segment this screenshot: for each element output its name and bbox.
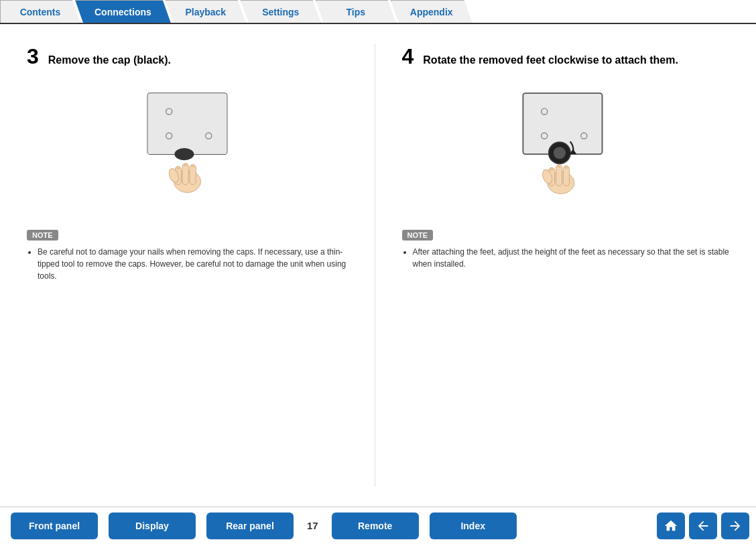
step4-note: NOTE After attaching the feet, adjust th… (402, 228, 730, 270)
nav-icons (653, 513, 749, 539)
step4-note-text: After attaching the feet, adjust the hei… (402, 246, 730, 270)
svg-point-5 (175, 148, 194, 160)
display-button[interactable]: Display (109, 513, 196, 539)
step4-title: Rotate the removed feet clockwise to att… (423, 54, 678, 66)
step3-note: NOTE Be careful not to damage your nails… (27, 228, 355, 282)
tab-tips[interactable]: Tips (316, 0, 396, 23)
step3-note-text: Be careful not to damage your nails when… (27, 246, 355, 282)
remote-button[interactable]: Remote (332, 513, 419, 539)
svg-rect-1 (148, 93, 227, 154)
tab-appendix[interactable]: Appendix (391, 0, 472, 23)
front-panel-button[interactable]: Front panel (11, 513, 98, 539)
top-navigation: Contents Connections Playback Settings T… (0, 0, 756, 24)
svg-rect-11 (176, 167, 180, 169)
tab-contents[interactable]: Contents (0, 0, 80, 23)
svg-rect-23 (556, 165, 562, 186)
rear-panel-button[interactable]: Rear panel (206, 513, 294, 539)
svg-rect-8 (182, 163, 188, 185)
svg-rect-12 (184, 164, 187, 167)
svg-point-19 (554, 147, 566, 159)
step4-image (402, 81, 730, 215)
step3-header: 3 Remove the cap (black). (27, 44, 355, 69)
step3-number: 3 (27, 44, 39, 69)
svg-rect-27 (557, 165, 560, 167)
svg-rect-13 (191, 165, 194, 167)
tab-connections[interactable]: Connections (75, 0, 171, 23)
bottom-navigation: Front panel Display Rear panel 17 Remote… (0, 506, 756, 544)
step3-title: Remove the cap (black). (48, 54, 171, 66)
step4-section: 4 Rotate the removed feet clockwise to a… (375, 44, 730, 486)
index-button[interactable]: Index (430, 513, 517, 539)
step3-section: 3 Remove the cap (black). (27, 44, 375, 486)
main-content: 3 Remove the cap (black). (0, 24, 756, 506)
step4-note-label: NOTE (402, 230, 434, 241)
forward-button[interactable] (721, 513, 749, 539)
svg-rect-28 (564, 166, 568, 169)
home-button[interactable] (657, 513, 685, 539)
step4-header: 4 Rotate the removed feet clockwise to a… (402, 44, 730, 69)
svg-rect-26 (550, 168, 553, 171)
step3-note-label: NOTE (27, 230, 58, 241)
back-button[interactable] (689, 513, 717, 539)
tab-playback[interactable]: Playback (166, 0, 246, 23)
tab-settings[interactable]: Settings (241, 0, 321, 23)
step4-number: 4 (402, 44, 414, 69)
step3-image (27, 81, 355, 215)
page-number: 17 (307, 520, 318, 531)
